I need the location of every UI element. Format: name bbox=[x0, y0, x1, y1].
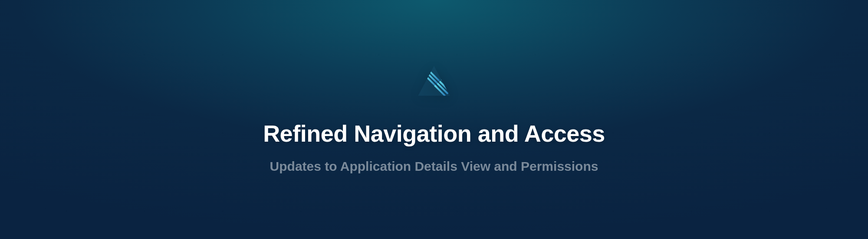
logo-container bbox=[417, 65, 451, 99]
hero-banner: Refined Navigation and Access Updates to… bbox=[0, 0, 868, 239]
banner-title: Refined Navigation and Access bbox=[263, 120, 605, 147]
triangle-stripe-logo-icon bbox=[417, 65, 451, 97]
banner-subtitle: Updates to Application Details View and … bbox=[270, 159, 598, 174]
